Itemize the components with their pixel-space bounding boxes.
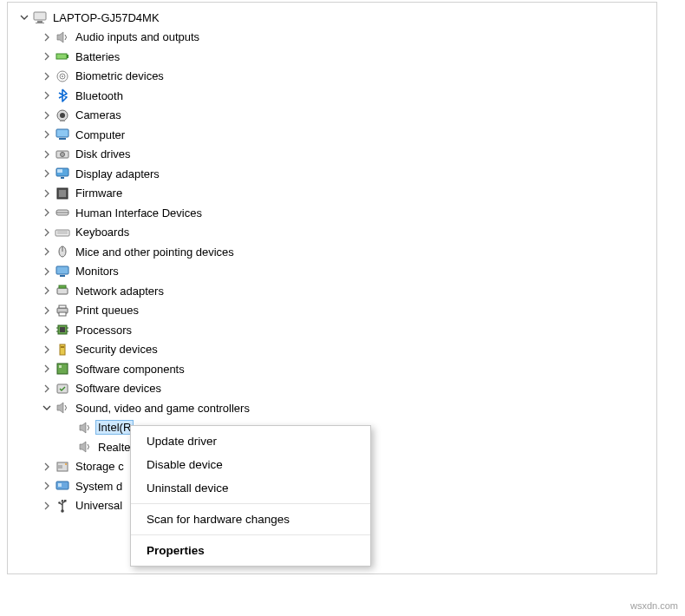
chevron-right-icon[interactable] bbox=[41, 128, 53, 141]
tree-category[interactable]: Disk drives bbox=[11, 145, 656, 165]
computer-icon bbox=[55, 127, 70, 142]
firmware-icon bbox=[55, 186, 70, 201]
chevron-right-icon[interactable] bbox=[41, 206, 53, 219]
chevron-right-icon[interactable] bbox=[41, 50, 53, 62]
chevron-right-icon[interactable] bbox=[41, 246, 53, 258]
tree-category-label: Software devices bbox=[75, 382, 161, 395]
tree-category-label: Processors bbox=[75, 324, 132, 337]
tree-category-label: Disk drives bbox=[75, 147, 131, 161]
chevron-right-icon[interactable] bbox=[41, 344, 53, 356]
tree-category[interactable]: Sound, video and game controllers bbox=[11, 398, 656, 418]
chevron-right-icon[interactable] bbox=[41, 70, 53, 82]
printer-icon bbox=[55, 303, 70, 318]
tree-category-label: Audio inputs and outputs bbox=[75, 30, 199, 43]
tree-category-label: Cameras bbox=[75, 108, 121, 121]
tree-category-label: Software components bbox=[75, 363, 185, 376]
mouse-icon bbox=[55, 244, 70, 259]
tree-category-label: Display adapters bbox=[75, 167, 160, 180]
tree-category-label: Keyboards bbox=[75, 226, 129, 239]
menu-disable-device[interactable]: Disable device bbox=[131, 453, 370, 476]
tree-category-label: Monitors bbox=[75, 265, 119, 278]
chevron-down-icon[interactable] bbox=[18, 11, 30, 23]
tree-category[interactable]: Audio inputs and outputs bbox=[11, 28, 656, 48]
tree-root[interactable]: LAPTOP-GJ57D4MK bbox=[11, 8, 656, 28]
tree-category-label: Firmware bbox=[75, 187, 122, 200]
tree-device-label: Realte bbox=[98, 441, 131, 454]
processor-icon bbox=[55, 322, 70, 337]
speaker-icon bbox=[77, 420, 93, 436]
tree-category[interactable]: Human Interface Devices bbox=[11, 203, 656, 223]
battery-icon bbox=[55, 49, 70, 64]
chevron-right-icon[interactable] bbox=[41, 285, 53, 297]
chevron-right-icon[interactable] bbox=[41, 461, 53, 473]
chevron-right-icon[interactable] bbox=[41, 109, 53, 121]
disk-icon bbox=[55, 147, 70, 162]
tree-category-label: Batteries bbox=[75, 50, 120, 63]
chevron-right-icon[interactable] bbox=[41, 324, 53, 336]
context-menu: Update driver Disable device Uninstall d… bbox=[130, 425, 371, 567]
menu-properties[interactable]: Properties bbox=[131, 539, 370, 562]
network-icon bbox=[55, 283, 70, 298]
chevron-right-icon[interactable] bbox=[41, 480, 53, 492]
speaker-icon bbox=[77, 439, 93, 455]
tree-category[interactable]: Biometric devices bbox=[11, 67, 656, 87]
tree-root-label: LAPTOP-GJ57D4MK bbox=[53, 11, 160, 24]
chevron-right-icon[interactable] bbox=[41, 500, 53, 512]
tree-category-label: Sound, video and game controllers bbox=[75, 402, 250, 415]
monitor-icon bbox=[55, 264, 70, 279]
speaker-icon bbox=[55, 29, 70, 45]
storage-icon bbox=[55, 459, 70, 475]
chevron-right-icon[interactable] bbox=[41, 305, 53, 317]
chevron-right-icon[interactable] bbox=[41, 265, 53, 278]
tree-category[interactable]: Bluetooth bbox=[11, 86, 656, 106]
tree-category-label: Biometric devices bbox=[75, 69, 164, 82]
chevron-right-icon[interactable] bbox=[41, 167, 53, 180]
system-icon bbox=[55, 478, 70, 494]
menu-separator bbox=[131, 503, 370, 504]
tree-category[interactable]: Software devices bbox=[11, 379, 656, 399]
tree-category[interactable]: Computer bbox=[11, 125, 656, 145]
chevron-right-icon[interactable] bbox=[41, 148, 53, 161]
tree-category[interactable]: Security devices bbox=[11, 340, 656, 360]
chevron-right-icon[interactable] bbox=[41, 187, 53, 200]
tree-category[interactable]: Cameras bbox=[11, 106, 656, 126]
display-icon bbox=[55, 166, 70, 181]
tree-category-label: Security devices bbox=[75, 343, 158, 356]
chevron-right-icon[interactable] bbox=[41, 89, 53, 102]
tree-category[interactable]: Monitors bbox=[11, 262, 656, 282]
hid-icon bbox=[55, 205, 70, 220]
tree-category-label: System d bbox=[75, 480, 122, 493]
tree-category-label: Mice and other pointing devices bbox=[75, 246, 234, 259]
tree-category[interactable]: Mice and other pointing devices bbox=[11, 242, 656, 262]
chevron-down-icon[interactable] bbox=[41, 402, 53, 414]
tree-category[interactable]: Network adapters bbox=[11, 281, 656, 301]
tree-category[interactable]: Display adapters bbox=[11, 164, 656, 184]
tree-category[interactable]: Keyboards bbox=[11, 223, 656, 243]
menu-scan-hardware[interactable]: Scan for hardware changes bbox=[131, 508, 370, 531]
software-component-icon bbox=[55, 361, 70, 377]
computer-icon bbox=[32, 10, 48, 25]
tree-category-label: Computer bbox=[75, 128, 125, 141]
keyboard-icon bbox=[55, 225, 70, 240]
chevron-right-icon[interactable] bbox=[41, 363, 53, 375]
camera-icon bbox=[55, 108, 70, 123]
chevron-right-icon[interactable] bbox=[41, 31, 53, 43]
tree-category[interactable]: Batteries bbox=[11, 47, 656, 67]
tree-category[interactable]: Processors bbox=[11, 320, 656, 340]
fingerprint-icon bbox=[55, 69, 70, 84]
tree-category[interactable]: Software components bbox=[11, 359, 656, 379]
security-icon bbox=[55, 342, 70, 357]
bluetooth-icon bbox=[55, 88, 70, 103]
menu-update-driver[interactable]: Update driver bbox=[131, 429, 370, 453]
tree-category-label: Bluetooth bbox=[75, 89, 123, 102]
tree-category[interactable]: Print queues bbox=[11, 301, 656, 321]
chevron-right-icon[interactable] bbox=[41, 226, 53, 239]
software-device-icon bbox=[55, 381, 70, 396]
watermark: wsxdn.com bbox=[630, 600, 678, 611]
chevron-right-icon[interactable] bbox=[41, 383, 53, 395]
tree-category[interactable]: Firmware bbox=[11, 184, 656, 204]
tree-category-label: Universal bbox=[75, 499, 122, 512]
menu-uninstall-device[interactable]: Uninstall device bbox=[131, 476, 370, 500]
tree-category-label: Storage c bbox=[75, 460, 124, 473]
tree-category-label: Network adapters bbox=[75, 285, 164, 298]
